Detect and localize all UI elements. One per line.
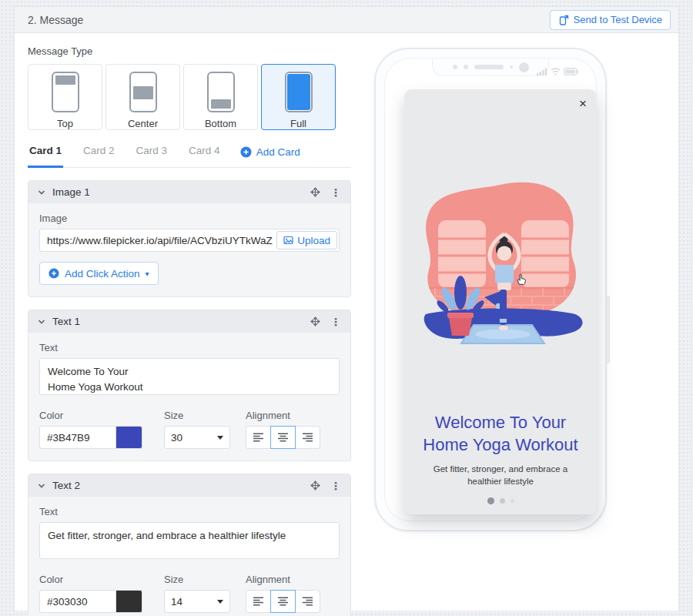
text1-block: Text 1 ⋮ Text Welcome To Your Home Yoga … xyxy=(28,310,351,461)
wifi-icon xyxy=(551,68,561,75)
message-editor: Message Type Top Center Bottom Full xyxy=(15,33,351,611)
signal-icon xyxy=(537,68,547,75)
hand-cursor-icon xyxy=(514,273,527,286)
type-top-icon xyxy=(52,72,79,112)
text1-color-label: Color xyxy=(39,410,142,421)
phone-side-button xyxy=(606,296,610,363)
message-type-selector: Top Center Bottom Full xyxy=(28,64,351,130)
type-bottom-icon xyxy=(207,72,235,112)
card-tabs: Card 1 Card 2 Card 3 Card 4 Add Card xyxy=(28,145,351,168)
pagination-dot-active[interactable] xyxy=(487,497,494,504)
message-type-label: Message Type xyxy=(28,45,351,57)
text2-block: Text 2 ⋮ Text Get fitter, stronger, and … xyxy=(28,474,351,616)
drag-move-icon[interactable] xyxy=(310,480,320,490)
tab-card-3[interactable]: Card 3 xyxy=(135,145,169,168)
phone-notch xyxy=(432,59,549,76)
pagination-dot[interactable] xyxy=(500,498,505,504)
inapp-message-modal: × xyxy=(404,89,597,514)
phone-preview: × xyxy=(374,48,607,531)
align-left-icon xyxy=(253,597,264,606)
phone-screen: × xyxy=(384,58,597,521)
chevron-down-icon[interactable] xyxy=(38,189,45,196)
text1-color-input[interactable] xyxy=(39,426,116,449)
preview-title: Welcome To Your Home Yoga Workout xyxy=(412,411,589,456)
status-bar-icons xyxy=(537,68,579,75)
image-field-label: Image xyxy=(39,213,340,224)
speaker-icon xyxy=(474,65,504,69)
text2-color-swatch[interactable] xyxy=(116,590,142,613)
text2-align-left-button[interactable] xyxy=(246,590,271,613)
battery-icon xyxy=(564,68,579,75)
text1-alignment-label: Alignment xyxy=(246,410,320,421)
message-type-top[interactable]: Top xyxy=(28,64,102,130)
drag-move-icon[interactable] xyxy=(310,316,320,326)
text2-input[interactable]: Get fitter, stronger, and embrace a heal… xyxy=(39,522,340,559)
chevron-down-icon[interactable] xyxy=(38,318,45,326)
text2-alignment-label: Alignment xyxy=(246,574,320,585)
text1-align-right-button[interactable] xyxy=(295,426,320,449)
type-full-icon xyxy=(285,72,313,112)
tab-card-4[interactable]: Card 4 xyxy=(187,145,222,168)
text2-color-label: Color xyxy=(39,574,142,585)
text1-field-label: Text xyxy=(39,342,340,353)
caret-down-icon: ▾ xyxy=(146,270,149,278)
yoga-illustration xyxy=(404,176,597,353)
plus-circle-icon xyxy=(49,268,59,279)
image-block-header[interactable]: Image 1 ⋮ xyxy=(28,181,350,203)
text2-field-label: Text xyxy=(39,506,340,517)
sensor-dot-icon xyxy=(453,65,457,69)
upload-button[interactable]: Upload xyxy=(276,231,337,249)
message-type-bottom[interactable]: Bottom xyxy=(183,64,258,130)
text1-size-select[interactable]: 30 xyxy=(164,426,230,449)
pagination-dot[interactable] xyxy=(511,499,514,503)
text1-color-swatch[interactable] xyxy=(116,426,142,449)
kebab-menu-icon[interactable]: ⋮ xyxy=(330,186,341,199)
align-center-icon xyxy=(277,597,289,606)
send-to-test-device-label: Send to Test Device xyxy=(574,14,662,25)
text1-block-header[interactable]: Text 1 ⋮ xyxy=(28,310,350,333)
step-title: 2. Message xyxy=(28,14,83,26)
plus-circle-icon xyxy=(240,146,252,158)
text2-align-right-button[interactable] xyxy=(295,590,320,613)
add-click-action-button[interactable]: Add Click Action ▾ xyxy=(39,262,159,285)
sensor-dot-icon xyxy=(464,65,468,69)
panel-header: 2. Message Send to Test Device xyxy=(15,7,678,33)
align-left-icon xyxy=(253,433,264,442)
drag-move-icon[interactable] xyxy=(310,187,320,197)
upload-image-icon xyxy=(283,236,293,245)
text1-align-left-button[interactable] xyxy=(246,426,271,449)
select-caret-icon xyxy=(217,600,223,604)
preview-area: × xyxy=(351,33,678,611)
kebab-menu-icon[interactable]: ⋮ xyxy=(330,316,341,328)
align-center-icon xyxy=(277,433,289,442)
pagination-dots xyxy=(487,497,514,504)
select-caret-icon xyxy=(217,436,223,440)
kebab-menu-icon[interactable]: ⋮ xyxy=(330,480,341,492)
text2-align-center-button[interactable] xyxy=(270,590,296,613)
message-step-panel: 2. Message Send to Test Device Message T… xyxy=(14,6,679,611)
message-type-center[interactable]: Center xyxy=(105,64,180,130)
add-card-button[interactable]: Add Card xyxy=(240,146,300,167)
text1-size-label: Size xyxy=(164,410,230,421)
image-block: Image 1 ⋮ Image Upload xyxy=(28,180,351,297)
tab-card-1[interactable]: Card 1 xyxy=(28,145,63,168)
text2-size-select[interactable]: 14 xyxy=(164,590,230,613)
camera-icon xyxy=(519,62,529,72)
align-right-icon xyxy=(302,597,313,606)
preview-subtitle: Get fitter, stronger, and embrace a heal… xyxy=(419,464,582,487)
text1-input[interactable]: Welcome To Your Home Yoga Workout xyxy=(39,358,340,395)
close-icon[interactable]: × xyxy=(579,97,587,110)
device-send-icon xyxy=(558,15,569,25)
message-type-full[interactable]: Full xyxy=(261,64,336,130)
type-center-icon xyxy=(129,72,157,112)
text2-color-input[interactable] xyxy=(39,590,116,613)
text2-block-header[interactable]: Text 2 ⋮ xyxy=(28,474,350,497)
tab-card-2[interactable]: Card 2 xyxy=(82,145,116,168)
chevron-down-icon[interactable] xyxy=(38,482,45,490)
sensor-dot-icon xyxy=(510,65,513,69)
text1-align-center-button[interactable] xyxy=(270,426,296,449)
text2-size-label: Size xyxy=(164,574,230,585)
align-right-icon xyxy=(302,433,313,442)
send-to-test-device-button[interactable]: Send to Test Device xyxy=(550,10,671,30)
